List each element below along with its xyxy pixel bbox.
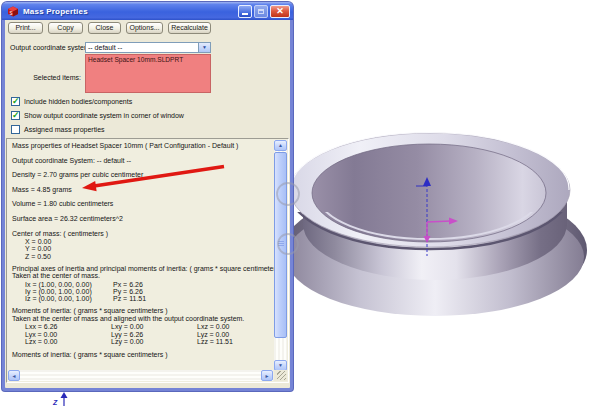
checkbox-icon[interactable]: ✓ xyxy=(11,97,20,106)
checkbox-label: Show output coordinate system in corner … xyxy=(24,112,184,119)
table-row: Iz = (0.00, 0.00, 1.00)Pz = 11.51 xyxy=(12,295,274,302)
output-cs-combobox[interactable]: -- default -- ▼ xyxy=(85,42,211,53)
moments-header-2: Moments of inertia: ( grams * square cen… xyxy=(12,351,274,358)
mass-properties-dialog: S Mass Properties ✕ Print... Copy Close … xyxy=(2,2,293,391)
scrollbar-thumb[interactable] xyxy=(274,152,287,338)
mass-value: Mass = 4.85 grams xyxy=(12,186,274,193)
output-cs-value: -- default -- xyxy=(86,44,198,51)
scroll-right-icon[interactable]: ► xyxy=(261,370,273,381)
minimize-button[interactable] xyxy=(238,5,252,18)
z-axis-label: Z xyxy=(52,399,58,406)
corner-z-axis-indicator: Z xyxy=(52,392,68,406)
close-button[interactable]: Close xyxy=(88,22,121,34)
table-row: Iy = (0.00, 1.00, 0.00)Py = 6.26 xyxy=(12,288,274,295)
selected-items-list[interactable]: Headset Spacer 10mm.SLDPRT xyxy=(85,54,211,93)
com-y: Y = 0.00 xyxy=(12,245,274,252)
selected-item[interactable]: Headset Spacer 10mm.SLDPRT xyxy=(88,56,183,63)
dialog-titlebar[interactable]: S Mass Properties ✕ xyxy=(2,2,293,20)
close-icon[interactable]: ✕ xyxy=(270,5,290,18)
checkbox-icon[interactable]: ✓ xyxy=(11,111,20,120)
headset-spacer-model xyxy=(283,133,587,317)
moments-header: Moments of inertia: ( grams * square cen… xyxy=(12,307,274,314)
table-row: Lyx = 0.00Lyy = 6.26Lyz = 0.00 xyxy=(12,331,274,338)
moments-subheader: Taken at the center of mass and aligned … xyxy=(12,315,274,322)
scroll-up-icon[interactable]: ▲ xyxy=(274,140,287,151)
checkbox-assigned-mass[interactable]: Assigned mass properties xyxy=(11,125,105,134)
surface-area-value: Surface area = 26.32 centimeters^2 xyxy=(12,215,274,222)
results-pane: Mass properties of Headset Spacer 10mm (… xyxy=(6,138,289,383)
svg-text:S: S xyxy=(9,11,12,16)
checkbox-label: Include hidden bodies/components xyxy=(24,98,132,105)
table-row: Lzx = 0.00Lzy = 0.00Lzz = 11.51 xyxy=(12,338,274,345)
maximize-button[interactable] xyxy=(254,5,268,18)
selected-items-label: Selected items: xyxy=(7,74,81,81)
solidworks-cube-icon: S xyxy=(7,5,19,17)
checkbox-label: Assigned mass properties xyxy=(24,126,105,133)
table-row: Lxx = 6.26Lxy = 0.00Lxz = 0.00 xyxy=(12,323,274,330)
com-x: X = 0.00 xyxy=(12,238,274,245)
dialog-toolbar: Print... Copy Close Options... Recalcula… xyxy=(8,22,211,34)
copy-button[interactable]: Copy xyxy=(48,22,83,34)
dialog-title: Mass Properties xyxy=(23,7,236,16)
density-value: Density = 2.70 grams per cubic centimete… xyxy=(12,171,274,178)
com-z: Z = 0.50 xyxy=(12,253,274,260)
dialog-body: Print... Copy Close Options... Recalcula… xyxy=(5,20,290,388)
checkbox-show-output-cs[interactable]: ✓ Show output coordinate system in corne… xyxy=(11,111,184,120)
center-of-mass-header: Center of mass: ( centimeters ) xyxy=(12,230,274,237)
options-button[interactable]: Options... xyxy=(126,22,163,34)
table-row: Ix = (1.00, 0.00, 0.00)Px = 6.26 xyxy=(12,281,274,288)
output-cs-label: Output coordinate system: xyxy=(10,44,92,51)
results-text: Mass properties of Headset Spacer 10mm (… xyxy=(7,139,274,370)
solidworks-window: Z S Mass Properties ✕ Print... Copy Clos… xyxy=(0,0,600,408)
chevron-down-icon[interactable]: ▼ xyxy=(198,43,210,52)
results-header: Mass properties of Headset Spacer 10mm (… xyxy=(12,142,274,149)
recalculate-button[interactable]: Recalculate xyxy=(168,22,211,34)
resize-grip[interactable] xyxy=(274,370,287,381)
print-button[interactable]: Print... xyxy=(8,22,43,34)
principal-axes-subheader: Taken at the center of mass. xyxy=(12,272,274,279)
checkbox-include-hidden[interactable]: ✓ Include hidden bodies/components xyxy=(11,97,132,106)
results-output-cs: Output coordinate System: -- default -- xyxy=(12,157,274,164)
checkbox-icon[interactable] xyxy=(11,125,20,134)
scroll-left-icon[interactable]: ◄ xyxy=(8,370,20,381)
volume-value: Volume = 1.80 cubic centimeters xyxy=(12,200,274,207)
horizontal-scrollbar[interactable]: ◄ ► xyxy=(8,370,273,381)
principal-axes-header: Principal axes of inertia and principal … xyxy=(12,265,274,272)
vertical-scrollbar[interactable]: ▲ ▼ xyxy=(274,140,287,371)
